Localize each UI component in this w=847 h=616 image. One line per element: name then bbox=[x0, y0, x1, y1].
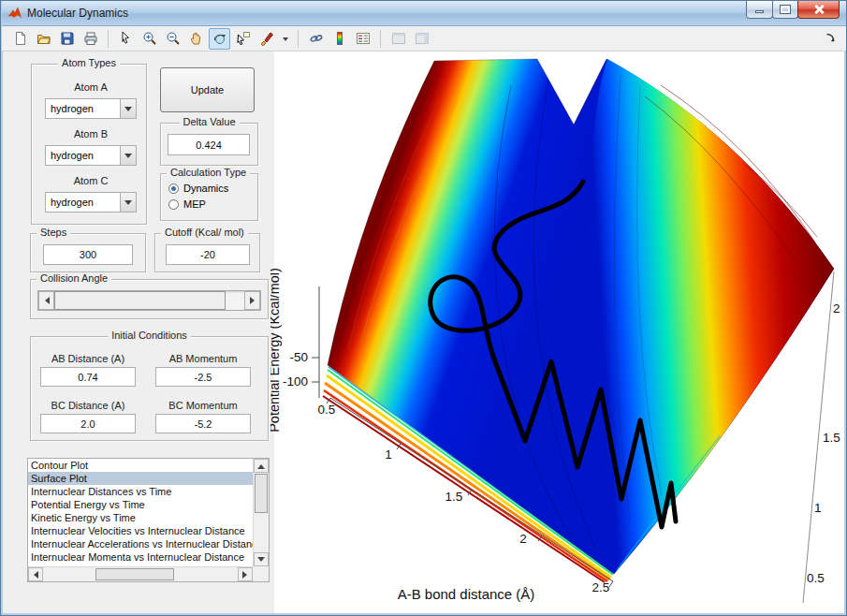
toolbar-separator bbox=[108, 30, 109, 48]
cutoff-field[interactable]: -20 bbox=[166, 244, 250, 265]
insert-colorbar-icon[interactable] bbox=[329, 28, 350, 50]
data-cursor-icon[interactable] bbox=[232, 28, 254, 50]
delta-value-field[interactable]: 0.424 bbox=[168, 134, 250, 155]
maximize-icon bbox=[781, 6, 790, 13]
bc-distance-label: BC Distance (A) bbox=[40, 400, 136, 411]
list-item[interactable]: Internuclear Distances vs Time bbox=[28, 485, 253, 498]
matlab-icon bbox=[7, 6, 22, 21]
minimize-button[interactable] bbox=[746, 1, 773, 19]
x-axis-label: A-B bond distance (Å) bbox=[398, 586, 535, 602]
slider-left-arrow[interactable] bbox=[38, 291, 54, 310]
radio-mep[interactable]: MEP bbox=[168, 198, 206, 210]
delta-value-title: Delta Value bbox=[179, 116, 239, 127]
radio-selected-icon bbox=[168, 183, 179, 194]
horizontal-scroll-thumb[interactable] bbox=[95, 568, 174, 580]
list-item[interactable]: Internuclear Velocities vs Internuclear … bbox=[28, 524, 253, 537]
save-figure-icon[interactable] bbox=[56, 28, 78, 50]
z-tick: -100 bbox=[283, 374, 308, 389]
x-tick: 0.5 bbox=[318, 403, 336, 417]
chevron-down-icon[interactable] bbox=[120, 146, 136, 165]
initial-conditions-title: Initial Conditions bbox=[108, 330, 191, 341]
list-item[interactable]: Contour Plot bbox=[28, 459, 253, 472]
dock-figure-icon[interactable] bbox=[821, 29, 840, 48]
show-plot-tools-icon[interactable] bbox=[411, 28, 432, 50]
list-item[interactable]: Kinetic Energy vs Time bbox=[28, 511, 253, 524]
calculation-type-title: Calculation Type bbox=[167, 167, 250, 178]
list-item[interactable]: Potential Energy vs Time bbox=[28, 498, 253, 511]
x-tick: 1.5 bbox=[445, 490, 463, 504]
steps-title: Steps bbox=[37, 227, 70, 238]
ab-distance-label: AB Distance (A) bbox=[40, 353, 136, 364]
open-file-icon[interactable] bbox=[33, 28, 54, 50]
ab-momentum-field[interactable]: -2.5 bbox=[155, 367, 251, 387]
bc-momentum-label: BC Momentum bbox=[155, 400, 251, 411]
scroll-left-button[interactable] bbox=[28, 567, 43, 581]
radio-unselected-icon bbox=[168, 199, 179, 210]
zoom-out-icon[interactable] bbox=[162, 28, 183, 50]
list-item[interactable]: Internuclear Momenta vs Internuclear Dis… bbox=[28, 550, 253, 564]
scroll-right-button[interactable] bbox=[238, 567, 253, 581]
vertical-scroll-thumb[interactable] bbox=[255, 474, 268, 513]
slider-right-arrow[interactable] bbox=[244, 291, 260, 310]
list-item-selected[interactable]: Surface Plot bbox=[28, 472, 253, 485]
new-figure-icon[interactable] bbox=[9, 28, 31, 50]
horizontal-scrollbar[interactable] bbox=[28, 566, 253, 581]
title-bar[interactable]: Molecular Dynamics bbox=[2, 1, 847, 26]
collision-angle-slider[interactable] bbox=[37, 290, 261, 311]
vertical-scrollbar[interactable] bbox=[253, 459, 269, 566]
steps-field[interactable]: 300 bbox=[43, 244, 133, 265]
toolbar-separator bbox=[298, 30, 299, 48]
close-button[interactable] bbox=[797, 1, 840, 19]
hide-plot-tools-icon[interactable] bbox=[387, 28, 409, 50]
arrow-left-icon bbox=[41, 297, 50, 304]
atom-a-dropdown[interactable]: hydrogen bbox=[45, 98, 137, 119]
bc-distance-field[interactable]: 2.0 bbox=[40, 414, 136, 433]
toolbar-separator bbox=[380, 30, 381, 48]
slider-thumb[interactable] bbox=[54, 291, 226, 310]
y-tick: 1.5 bbox=[823, 431, 840, 445]
arrow-left-icon bbox=[30, 571, 38, 579]
chevron-down-icon[interactable] bbox=[120, 193, 136, 212]
collision-angle-title: Collision Angle bbox=[37, 272, 111, 284]
brush-data-icon[interactable] bbox=[256, 28, 277, 50]
y-tick: 1 bbox=[814, 501, 822, 515]
scroll-up-button[interactable] bbox=[254, 459, 269, 473]
arrow-down-icon bbox=[257, 557, 265, 565]
list-item[interactable]: Internuclear Accelerations vs Internucle… bbox=[28, 537, 253, 550]
arrow-right-icon bbox=[242, 571, 251, 579]
plot-type-listbox[interactable]: Contour Plot Surface Plot Internuclear D… bbox=[27, 458, 270, 582]
y-tick: 0.5 bbox=[807, 571, 825, 585]
rotate-3d-icon[interactable] bbox=[209, 28, 230, 50]
scrollbar-corner bbox=[253, 566, 269, 581]
zoom-in-icon[interactable] bbox=[139, 28, 160, 50]
scroll-down-button[interactable] bbox=[254, 552, 269, 566]
link-plots-icon[interactable] bbox=[305, 28, 327, 50]
app-window: Molecular Dynamics bbox=[0, 0, 847, 616]
ab-distance-field[interactable]: 0.74 bbox=[40, 367, 136, 387]
atom-c-dropdown[interactable]: hydrogen bbox=[45, 192, 137, 213]
x-tick: 2 bbox=[519, 532, 527, 546]
atom-types-title: Atom Types bbox=[58, 57, 120, 68]
print-figure-icon[interactable] bbox=[80, 28, 101, 50]
x-tick: 2.5 bbox=[592, 580, 610, 594]
edit-plot-icon[interactable] bbox=[115, 28, 137, 50]
atom-b-label: Atom B bbox=[45, 128, 137, 139]
atom-c-label: Atom C bbox=[45, 175, 137, 186]
update-button[interactable]: Update bbox=[160, 67, 255, 112]
chevron-down-icon[interactable] bbox=[120, 99, 136, 118]
atom-b-dropdown[interactable]: hydrogen bbox=[45, 145, 137, 166]
z-tick: -50 bbox=[289, 350, 308, 364]
pan-icon[interactable] bbox=[185, 28, 207, 50]
brush-dropdown-icon[interactable] bbox=[279, 28, 291, 50]
figure-toolbar bbox=[2, 26, 847, 51]
atom-a-label: Atom A bbox=[45, 81, 137, 93]
bc-momentum-field[interactable]: -5.2 bbox=[155, 414, 251, 433]
insert-legend-icon[interactable] bbox=[352, 28, 373, 50]
y-tick: 2 bbox=[833, 301, 840, 315]
window-title: Molecular Dynamics bbox=[27, 7, 128, 20]
maximize-button[interactable] bbox=[772, 1, 798, 19]
close-icon bbox=[813, 4, 825, 15]
plot-canvas[interactable]: 0.5 1 1.5 2 2.5 0.5 1 1.5 2 -50 -100 A-B… bbox=[270, 51, 845, 614]
y-axis-label: Potential Energy (Kcal/mol) bbox=[270, 268, 282, 433]
radio-dynamics[interactable]: Dynamics bbox=[168, 183, 228, 194]
